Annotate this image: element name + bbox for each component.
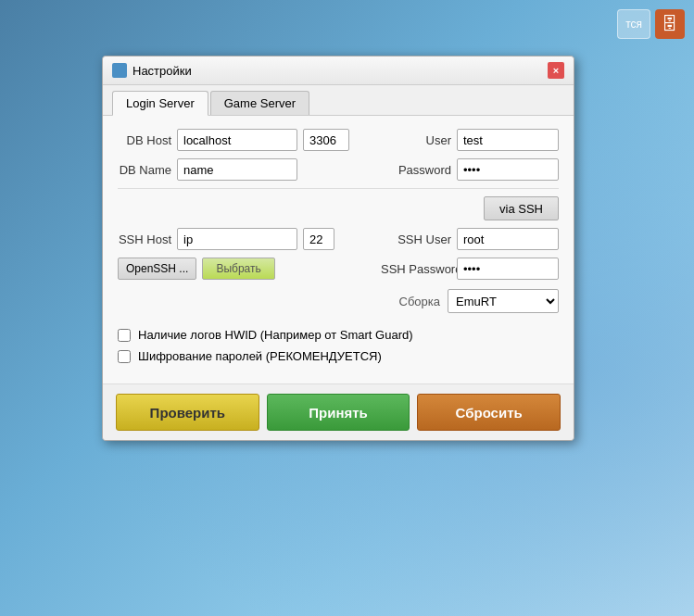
select-button[interactable]: Выбрать <box>202 258 274 280</box>
tab-game-server[interactable]: Game Server <box>210 91 309 115</box>
close-button[interactable]: × <box>548 62 564 79</box>
top-right-area: тся 🗄 <box>617 9 685 39</box>
hwid-checkbox[interactable] <box>118 329 131 342</box>
db-name-row: DB Name Password <box>118 158 559 181</box>
encrypt-row: Шифрование паролей (РЕКОМЕНДУЕТСЯ) <box>118 349 559 363</box>
ssh-host-label: SSH Host <box>118 233 171 246</box>
db-icon: 🗄 <box>655 9 685 39</box>
db-name-label: DB Name <box>118 163 171 177</box>
tabs-container: Login Server Game Server <box>103 85 574 116</box>
sbrosit-button[interactable]: Сбросить <box>417 394 561 431</box>
connect-label: тся <box>625 18 642 31</box>
tab-login-server[interactable]: Login Server <box>112 91 208 116</box>
proverit-button[interactable]: Проверить <box>116 394 259 431</box>
via-ssh-button[interactable]: via SSH <box>484 196 559 220</box>
dialog-title: Настройки <box>112 63 192 78</box>
hwid-row: Наличие логов HWID (Например от Smart Gu… <box>118 328 559 342</box>
db-host-label: DB Host <box>118 133 171 147</box>
ssh-host-row: SSH Host SSH User <box>118 228 559 250</box>
ssh-port-input[interactable] <box>303 228 334 250</box>
window-title: Настройки <box>132 64 192 78</box>
db-name-input[interactable] <box>177 158 297 181</box>
openssh-button[interactable]: OpenSSH ... <box>118 258 196 280</box>
via-ssh-container: via SSH <box>118 196 559 220</box>
bottom-buttons: Проверить Принять Сбросить <box>103 383 574 440</box>
sborka-row: Сборка EmuRT L2J Interlude <box>118 289 559 313</box>
ssh-user-input[interactable] <box>457 228 559 250</box>
hwid-label: Наличие логов HWID (Например от Smart Gu… <box>138 328 413 342</box>
db-host-input[interactable] <box>177 129 297 151</box>
dialog-titlebar: Настройки × <box>103 57 574 85</box>
title-icon <box>112 63 127 78</box>
password-input[interactable] <box>457 158 559 181</box>
ssh-host-input[interactable] <box>177 228 297 250</box>
sborka-label: Сборка <box>399 295 441 308</box>
encrypt-checkbox[interactable] <box>118 350 131 363</box>
dialog-content: DB Host User DB Name Password via SSH SS… <box>103 116 574 383</box>
db-port-input[interactable] <box>303 129 349 151</box>
prinyat-button[interactable]: Принять <box>267 394 410 431</box>
connect-button[interactable]: тся <box>617 9 650 39</box>
encrypt-label: Шифрование паролей (РЕКОМЕНДУЕТСЯ) <box>138 349 382 363</box>
sborka-select[interactable]: EmuRT L2J Interlude <box>448 289 559 313</box>
sborka-section: Сборка EmuRT L2J Interlude <box>118 289 559 313</box>
ssh-password-input[interactable] <box>457 258 559 280</box>
ssh-user-label: SSH User <box>397 233 451 246</box>
user-label: User <box>416 133 451 147</box>
openssh-row: OpenSSH ... Выбрать SSH Password <box>118 258 559 280</box>
ssh-password-label: SSH Password <box>381 262 451 276</box>
password-label: Password <box>397 163 451 177</box>
user-input[interactable] <box>457 129 559 151</box>
db-host-row: DB Host User <box>118 129 559 151</box>
checkboxes-section: Наличие логов HWID (Например от Smart Gu… <box>118 322 559 363</box>
settings-dialog: Настройки × Login Server Game Server DB … <box>102 56 574 441</box>
